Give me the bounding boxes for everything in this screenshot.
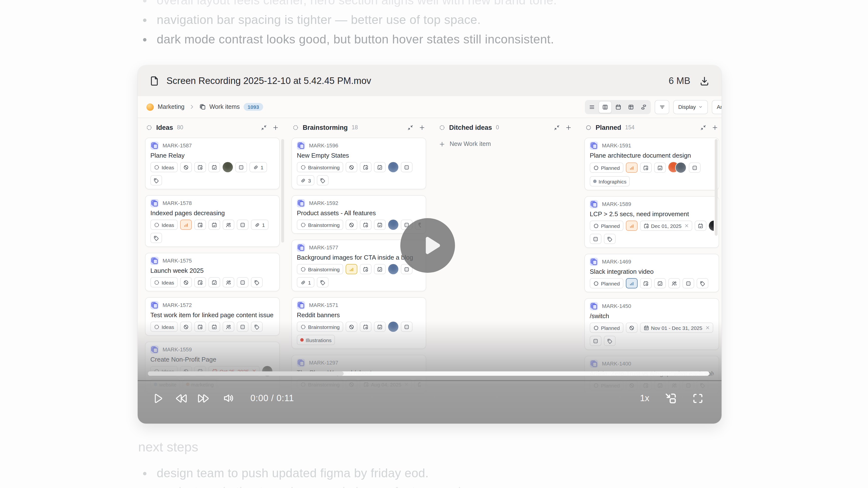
start-date-chip[interactable] [360, 162, 372, 172]
priority-chip[interactable] [180, 277, 192, 287]
start-date-chip[interactable] [194, 220, 206, 230]
playback-speed-button[interactable]: 1x [640, 393, 649, 403]
labels-chip[interactable] [604, 336, 616, 346]
display-button[interactable]: Display [673, 100, 708, 114]
assignee-avatar[interactable] [222, 162, 232, 172]
assignees-chip[interactable] [668, 278, 680, 288]
minimize-icon[interactable] [261, 124, 267, 131]
work-item-card[interactable]: MARK-1469Slack integration videoPlanned [584, 254, 719, 292]
work-item-card[interactable]: MARK-1450/switchPlannedNov 01 - Dec 31, … [584, 298, 719, 350]
state-chip[interactable]: Planned [590, 163, 623, 173]
spreadsheet-view-button[interactable] [625, 101, 637, 112]
plus-icon[interactable] [565, 124, 572, 131]
download-icon[interactable] [699, 75, 710, 86]
timeline-view-button[interactable] [638, 101, 650, 112]
module-chip[interactable] [590, 234, 601, 244]
priority-chip[interactable] [180, 220, 192, 230]
assignee-avatar[interactable] [709, 221, 714, 231]
module-chip[interactable] [401, 322, 412, 332]
date-chip[interactable]: Dec 01, 2025 [640, 221, 692, 231]
scrollbar-thumb[interactable] [148, 371, 344, 376]
state-chip[interactable]: Ideas [150, 220, 178, 230]
priority-chip[interactable] [346, 264, 358, 274]
big-play-button[interactable] [400, 218, 455, 273]
due-date-chip[interactable] [654, 163, 665, 173]
link-chip[interactable]: 1 [297, 277, 314, 287]
start-date-chip[interactable] [360, 264, 372, 274]
assignees-chip[interactable] [222, 322, 234, 332]
labels-chip[interactable] [150, 233, 162, 243]
state-chip[interactable]: Ideas [150, 322, 178, 332]
module-chip[interactable] [590, 336, 601, 346]
rewind-button[interactable] [174, 392, 187, 405]
work-item-card[interactable]: MARK-1587Plane RelayIdeas1 [145, 138, 280, 189]
due-date-chip[interactable] [695, 221, 706, 231]
priority-chip[interactable] [346, 322, 358, 332]
start-date-chip[interactable] [640, 278, 651, 288]
due-date-chip[interactable] [654, 278, 665, 288]
assignee-avatar[interactable] [388, 220, 398, 230]
assignee-avatars[interactable] [668, 162, 686, 173]
state-chip[interactable]: Ideas [150, 162, 178, 172]
calendar-view-button[interactable] [612, 101, 624, 112]
labels-chip[interactable] [696, 278, 708, 288]
labels-chip[interactable] [317, 277, 329, 287]
assignee-avatar[interactable] [388, 162, 398, 172]
state-chip[interactable]: Planned [590, 323, 623, 333]
work-item-card[interactable]: MARK-1592Product assets - All featuresBr… [291, 195, 426, 234]
new-work-item-button[interactable]: New Work item [438, 138, 572, 150]
labels-chip[interactable] [317, 175, 329, 186]
column-scrollbar[interactable] [281, 139, 284, 242]
plus-icon[interactable] [419, 124, 425, 131]
picture-in-picture-button[interactable] [664, 392, 677, 405]
module-chip[interactable] [401, 162, 412, 172]
analytics-button[interactable]: Analytics [712, 100, 721, 114]
state-chip[interactable]: Brainstorming [297, 162, 343, 172]
priority-chip[interactable] [346, 162, 358, 172]
board-horizontal-scrollbar[interactable] [148, 371, 709, 376]
module-chip[interactable] [689, 163, 700, 173]
fast-forward-button[interactable] [197, 392, 210, 405]
column-scrollbar[interactable] [715, 139, 718, 236]
due-date-chip[interactable] [208, 162, 220, 172]
priority-chip[interactable] [626, 323, 637, 333]
due-date-chip[interactable] [208, 220, 220, 230]
work-item-card[interactable]: MARK-1572Test work item for linked page … [145, 297, 280, 336]
play-button[interactable] [151, 392, 163, 404]
module-chip[interactable] [237, 220, 248, 230]
work-item-card[interactable]: MARK-1596New Empty StatesBrainstorming3 [291, 138, 426, 189]
plus-icon[interactable] [272, 124, 279, 131]
start-date-chip[interactable] [194, 322, 206, 332]
link-chip[interactable]: 3 [297, 175, 314, 186]
assignee-avatar[interactable] [388, 322, 398, 332]
minimize-icon[interactable] [700, 124, 706, 131]
minimize-icon[interactable] [407, 124, 413, 131]
due-date-chip[interactable] [374, 322, 386, 332]
assignee-avatar[interactable] [388, 264, 398, 274]
start-date-chip[interactable] [194, 277, 206, 287]
remove-date-icon[interactable] [684, 224, 689, 228]
link-chip[interactable]: 1 [251, 220, 268, 230]
labels-chip[interactable] [251, 277, 262, 287]
list-view-button[interactable] [586, 101, 598, 112]
module-chip[interactable] [237, 322, 248, 332]
start-date-chip[interactable] [360, 322, 372, 332]
tag-label-chip[interactable]: Infographics [590, 176, 630, 187]
due-date-chip[interactable] [374, 264, 386, 274]
state-chip[interactable]: Planned [590, 221, 623, 231]
plus-icon[interactable] [712, 124, 718, 131]
link-chip[interactable]: 1 [249, 162, 267, 172]
labels-chip[interactable] [604, 234, 616, 244]
due-date-chip[interactable] [208, 322, 220, 332]
due-date-chip[interactable] [374, 162, 386, 172]
tag-label-chip[interactable]: Illustrations [297, 335, 335, 345]
priority-chip[interactable] [346, 220, 358, 230]
state-chip[interactable]: Ideas [150, 277, 178, 287]
priority-chip[interactable] [626, 278, 637, 288]
state-chip[interactable]: Brainstorming [297, 264, 343, 274]
priority-chip[interactable] [180, 322, 192, 332]
labels-chip[interactable] [251, 322, 262, 332]
work-item-card[interactable]: MARK-1591Plane architecture document des… [584, 138, 719, 190]
filters-button[interactable] [655, 100, 669, 114]
labels-chip[interactable] [150, 175, 162, 186]
